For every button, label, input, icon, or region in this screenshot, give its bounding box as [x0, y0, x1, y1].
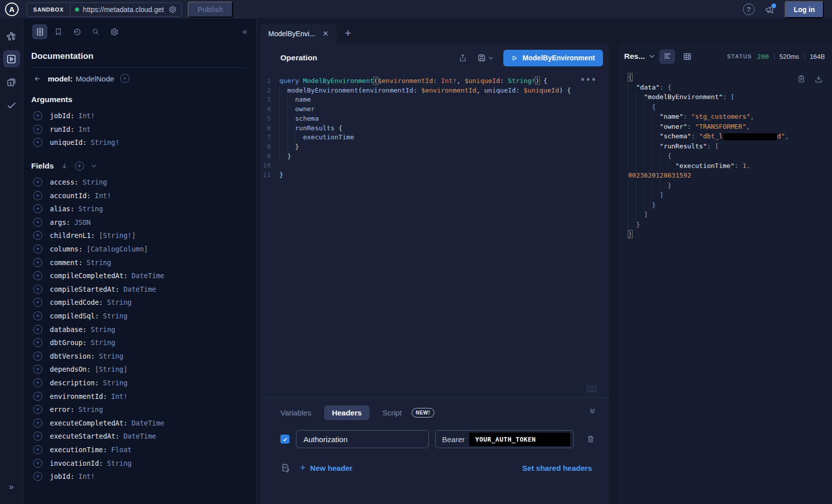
field-row[interactable]: +jobId:Int! [31, 470, 247, 483]
add-field-icon[interactable]: + [33, 111, 42, 120]
add-field-icon[interactable]: + [33, 191, 42, 200]
field-row[interactable]: +accountId:Int! [31, 189, 247, 202]
argument-row[interactable]: +jobId:Int! [31, 109, 247, 123]
response-line[interactable]: } [628, 200, 825, 210]
help-icon[interactable]: ? [743, 4, 754, 15]
auth-token-value[interactable]: YOUR_AUTH_TOKEN [469, 433, 570, 446]
field-row[interactable]: +environmentId:Int! [31, 389, 247, 403]
field-type[interactable]: String [91, 325, 115, 333]
tab-script[interactable]: Script [383, 408, 402, 417]
response-line[interactable]: { [628, 102, 825, 112]
code-line[interactable]: 7executionTime [260, 133, 609, 142]
add-field-icon[interactable]: + [33, 138, 42, 147]
raw-view-toggle-icon[interactable] [659, 49, 675, 64]
add-field-icon[interactable]: + [33, 392, 42, 401]
add-all-fields-icon[interactable]: + [75, 161, 84, 171]
field-type[interactable]: String [87, 259, 111, 267]
field-row[interactable]: +dbtVersion:String [31, 350, 247, 363]
bookmarks-icon[interactable] [51, 24, 66, 39]
field-row[interactable]: +childrenL1:[String!] [31, 229, 247, 242]
field-type[interactable]: Int [79, 125, 91, 133]
field-type[interactable]: JSON [74, 218, 91, 226]
endpoint-url-input[interactable]: https://metadata.cloud.get [83, 6, 165, 14]
login-button[interactable]: Log in [785, 1, 824, 18]
field-type[interactable]: String [79, 205, 103, 213]
field-type[interactable]: Float [111, 446, 132, 454]
field-row[interactable]: +description:String [31, 376, 247, 390]
field-row[interactable]: +alias:String [31, 202, 247, 216]
field-row[interactable]: +compileCompletedAt:DateTime [31, 269, 247, 283]
code-line[interactable]: 8} [260, 142, 609, 152]
add-field-icon[interactable]: + [33, 432, 42, 441]
add-field-icon[interactable]: + [33, 365, 42, 374]
code-line[interactable]: 11} [260, 171, 609, 180]
response-line[interactable]: } [628, 181, 825, 191]
add-field-icon[interactable]: + [33, 244, 42, 254]
field-row[interactable]: +database:String [31, 322, 247, 336]
share-operation-icon[interactable] [459, 53, 467, 62]
field-type[interactable]: Int! [95, 192, 111, 200]
argument-row[interactable]: +runId:Int [31, 123, 247, 136]
header-value-input[interactable]: Bearer YOUR_AUTH_TOKEN [435, 430, 574, 448]
field-type[interactable]: String [107, 298, 132, 306]
add-field-icon[interactable]: + [33, 445, 42, 454]
keyboard-shortcuts-icon[interactable] [587, 385, 597, 392]
collapse-docs-icon[interactable]: « [243, 27, 247, 37]
response-line[interactable]: ] [628, 190, 825, 200]
field-type[interactable]: String [103, 312, 128, 320]
add-field-icon[interactable]: + [33, 459, 42, 468]
field-row[interactable]: +columns:[CatalogColumn] [31, 242, 247, 256]
field-row[interactable]: +invocationId:String [31, 456, 247, 470]
response-line[interactable]: } [628, 220, 825, 230]
code-line[interactable]: 5schema [260, 114, 609, 124]
back-arrow-icon[interactable] [33, 75, 42, 82]
endpoint-settings-gear-icon[interactable] [169, 6, 177, 14]
copy-response-icon[interactable] [797, 74, 805, 83]
field-row[interactable]: +dependsOn:[String] [31, 363, 247, 376]
code-line[interactable]: 1query ModelByEnvironment($environmentId… [260, 76, 609, 86]
history-icon[interactable] [69, 24, 85, 39]
field-type[interactable]: String! [91, 138, 119, 146]
field-type[interactable]: DateTime [123, 432, 156, 440]
field-type[interactable]: [String!] [99, 231, 135, 239]
add-field-icon[interactable]: + [33, 204, 42, 213]
field-type[interactable]: DateTime [131, 419, 164, 427]
add-field-icon[interactable]: + [120, 74, 129, 83]
add-field-icon[interactable]: + [33, 311, 42, 320]
field-row[interactable]: +access:String [31, 176, 247, 189]
response-line[interactable]: "executionTime": 1. [628, 161, 825, 171]
field-row[interactable]: +compiledCode:String [31, 296, 247, 309]
add-field-icon[interactable]: + [33, 125, 42, 134]
field-row[interactable]: +args:JSON [31, 216, 247, 229]
add-field-icon[interactable]: + [33, 298, 42, 307]
response-line[interactable]: { [628, 72, 825, 82]
field-type[interactable]: String [91, 339, 115, 347]
editor-more-actions-icon[interactable]: ••• [580, 75, 597, 85]
explorer-settings-icon[interactable] [107, 24, 122, 39]
sort-fields-icon[interactable] [61, 162, 68, 170]
add-field-icon[interactable]: + [33, 285, 42, 294]
header-enabled-checkbox[interactable] [280, 435, 289, 444]
field-row[interactable]: +error:String [31, 403, 247, 416]
operation-tab[interactable]: ModelByEnvi... ✕ [260, 24, 337, 43]
field-type[interactable]: String [79, 405, 103, 413]
expand-rail-icon[interactable]: » [0, 482, 23, 492]
code-line[interactable]: 4owner [260, 105, 609, 114]
add-field-icon[interactable]: + [33, 325, 42, 334]
add-field-icon[interactable]: + [33, 338, 42, 347]
response-line[interactable]: "schema": "dbt_ld", [628, 131, 825, 141]
field-type[interactable]: String [107, 459, 132, 467]
add-field-icon[interactable]: + [33, 218, 42, 227]
set-shared-headers-link[interactable]: Set shared headers [522, 464, 592, 472]
preflight-script-icon[interactable] [280, 463, 290, 473]
endpoint-url-wrap[interactable]: https://metadata.cloud.get [70, 6, 181, 14]
collapse-panel-icon[interactable] [589, 408, 596, 414]
response-line[interactable]: "owner": "TRANSFORMER", [628, 122, 825, 132]
tab-headers[interactable]: Headers [324, 405, 369, 420]
operation-collections-icon[interactable] [3, 73, 20, 91]
tab-variables[interactable]: Variables [280, 408, 311, 417]
response-body[interactable]: {"data": {"modelByEnvironment": [{"name"… [618, 69, 832, 504]
field-type[interactable]: Int! [79, 112, 95, 120]
response-line[interactable]: "runResults": [ [628, 141, 825, 151]
add-field-icon[interactable]: + [33, 472, 42, 481]
